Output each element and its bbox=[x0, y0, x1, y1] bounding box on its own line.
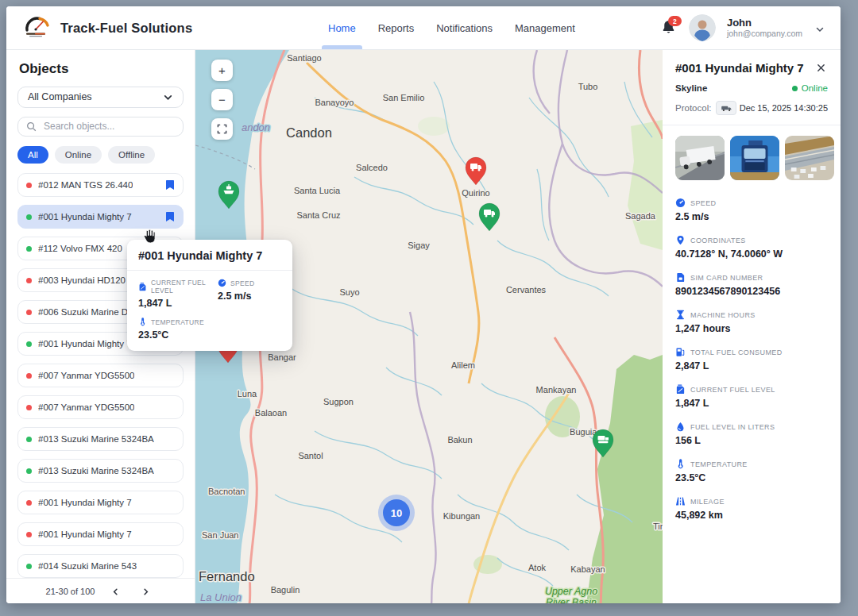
vehicle-list-item[interactable]: #001 Hyundai Mighty 7 bbox=[17, 522, 184, 546]
user-avatar[interactable] bbox=[689, 14, 716, 41]
status-dot bbox=[26, 183, 32, 188]
vehicle-label: #013 Suzuki Marine 5324BA bbox=[38, 434, 154, 444]
stat-label: COORDINATES bbox=[690, 237, 746, 244]
status-dot bbox=[26, 341, 32, 347]
user-menu[interactable]: John john@company.com bbox=[727, 17, 802, 39]
chevron-right-icon bbox=[141, 587, 150, 596]
map-label: Cervantes bbox=[506, 285, 547, 295]
map-label: Balaoan bbox=[255, 408, 287, 418]
thermometer-icon bbox=[675, 459, 686, 469]
vehicle-photo-3[interactable] bbox=[785, 136, 834, 180]
telemetry-stat: TOTAL FUEL CONSUMED 2,847 L bbox=[675, 347, 828, 372]
nav-home[interactable]: Home bbox=[328, 22, 356, 34]
stat-value: 1,847 L bbox=[675, 398, 828, 409]
vehicle-list-item[interactable]: #014 Suzuki Marine 543 bbox=[17, 554, 184, 578]
company-filter-dropdown[interactable]: All Companies bbox=[17, 87, 184, 108]
vehicle-list-item[interactable]: #013 Suzuki Marine 5324BA bbox=[17, 459, 184, 483]
map-label: Santa Lucia bbox=[294, 186, 341, 195]
main-nav: Home Reports Notifications Management bbox=[328, 22, 575, 34]
vehicle-list-item[interactable]: #007 Yanmar YDG5500 bbox=[17, 364, 184, 387]
vehicle-list-item[interactable]: #001 Hyundai Mighty 7 bbox=[17, 491, 184, 514]
vehicle-label: #007 Yanmar YDG5500 bbox=[38, 371, 134, 380]
map-label: Bakun bbox=[447, 435, 472, 445]
vehicle-label: #001 Hyundai Mighty 7 bbox=[38, 339, 132, 348]
online-dot bbox=[792, 86, 798, 91]
vehicle-label: #006 Suzuki Marine DF3 bbox=[38, 307, 139, 317]
tooltip-stat-speed: SPEED 2.5 m/s bbox=[218, 279, 281, 309]
stat-label: CURRENT FUEL LEVEL bbox=[690, 386, 775, 394]
stat-label: MILEAGE bbox=[690, 498, 725, 506]
vehicle-photo-2[interactable] bbox=[730, 136, 779, 180]
notification-count-badge: 2 bbox=[668, 16, 682, 26]
filter-chip-all[interactable]: All bbox=[17, 146, 48, 164]
stat-value: 2.5 m/s bbox=[675, 211, 828, 222]
vehicle-label: #013 Suzuki Marine 5324BA bbox=[38, 466, 154, 475]
vehicle-list-item[interactable]: #013 Suzuki Marine 5324BA bbox=[17, 427, 184, 451]
stat-value: 45,892 km bbox=[675, 510, 828, 521]
telemetry-stat: MILEAGE 45,892 km bbox=[675, 496, 828, 521]
protocol-icon bbox=[716, 101, 736, 115]
status-dot bbox=[26, 373, 32, 379]
map-label: River Basin bbox=[546, 597, 597, 603]
telemetry-stat: SPEED 2.5 m/s bbox=[675, 198, 828, 222]
search-input[interactable] bbox=[42, 120, 175, 133]
stat-label: MACHINE HOURS bbox=[690, 311, 756, 319]
map-label: Fernando bbox=[199, 569, 255, 583]
thermometer-icon bbox=[138, 318, 147, 326]
map-label: Bagulin bbox=[271, 585, 300, 595]
zoom-out-button[interactable]: − bbox=[211, 89, 233, 110]
status-dot bbox=[26, 214, 32, 220]
sim-card-icon bbox=[675, 272, 686, 283]
map-label: Kibungan bbox=[443, 511, 481, 521]
map-label: San Juan bbox=[202, 530, 238, 540]
tooltip-stat-fuel: CURRENT FUEL LEVEL 1,847 L bbox=[138, 279, 218, 309]
close-button[interactable] bbox=[814, 61, 828, 75]
filter-chip-offline[interactable]: Offline bbox=[108, 146, 155, 164]
map-label: Sagada bbox=[625, 211, 656, 221]
tooltip-stat-temperature: TEMPERATURE 23.5°C bbox=[138, 318, 218, 341]
vehicle-marker-truck[interactable] bbox=[479, 203, 500, 231]
stat-value: 40.7128° N, 74.0060° W bbox=[675, 248, 828, 260]
vehicle-list-item[interactable]: #007 Yanmar YDG5500 bbox=[17, 395, 184, 419]
nav-notifications[interactable]: Notifications bbox=[436, 22, 493, 34]
app-title: Track-Fuel Solutions bbox=[60, 21, 192, 36]
fullscreen-icon bbox=[217, 124, 227, 134]
telemetry-stats: SPEED 2.5 m/s COORDINATES 40.7128° N, 74… bbox=[675, 198, 828, 521]
stat-label: FUEL LEVEL IN LITERS bbox=[690, 423, 775, 431]
chevron-left-icon bbox=[111, 587, 120, 596]
stat-value: 1,247 hours bbox=[675, 323, 828, 334]
map-label: andon bbox=[242, 121, 270, 133]
vehicle-detail-panel: #001 Hyundai Mighty 7 Skyline Online Pro… bbox=[663, 50, 841, 603]
telemetry-stat: MACHINE HOURS 1,247 hours bbox=[675, 310, 828, 334]
company-filter-value: All Companies bbox=[28, 91, 92, 102]
pagination-next-button[interactable] bbox=[136, 582, 155, 601]
zoom-in-button[interactable]: + bbox=[211, 60, 233, 81]
vehicle-photos bbox=[675, 136, 828, 180]
protocol-label: Protocol: bbox=[675, 103, 711, 113]
status-dot bbox=[26, 310, 32, 315]
map-label: Santol bbox=[298, 451, 323, 460]
hand-cursor-icon bbox=[140, 227, 159, 246]
vehicle-list-item[interactable]: #001 Hyundai Mighty 7 bbox=[17, 205, 184, 229]
marker-cluster[interactable]: 10 bbox=[383, 499, 410, 526]
fullscreen-button[interactable] bbox=[211, 118, 233, 140]
vehicle-name: Skyline bbox=[675, 83, 707, 93]
map-label: Quirino bbox=[462, 188, 489, 198]
chevron-down-icon[interactable] bbox=[815, 23, 825, 33]
nav-management[interactable]: Management bbox=[515, 22, 575, 34]
vehicle-photo-1[interactable] bbox=[675, 136, 725, 180]
vehicle-marker-truck[interactable] bbox=[466, 157, 486, 185]
bookmark-icon[interactable] bbox=[165, 211, 175, 222]
map-label: Kabayan bbox=[570, 564, 605, 574]
notifications-bell-icon[interactable]: 2 bbox=[660, 19, 678, 37]
pagination-prev-button[interactable] bbox=[106, 582, 125, 601]
nav-reports[interactable]: Reports bbox=[378, 22, 415, 34]
filter-chip-online[interactable]: Online bbox=[55, 146, 102, 164]
bookmark-icon[interactable] bbox=[165, 179, 175, 191]
stat-label: SIM CARD NUMBER bbox=[690, 274, 763, 282]
status-dot bbox=[26, 500, 32, 506]
status-filter-chips: All Online Offline bbox=[17, 146, 184, 164]
top-nav-bar: Track-Fuel Solutions Home Reports Notifi… bbox=[6, 6, 841, 50]
map-label: Suyo bbox=[339, 287, 359, 297]
vehicle-list-item[interactable]: #012 MAN TGS 26.440 bbox=[17, 173, 184, 197]
